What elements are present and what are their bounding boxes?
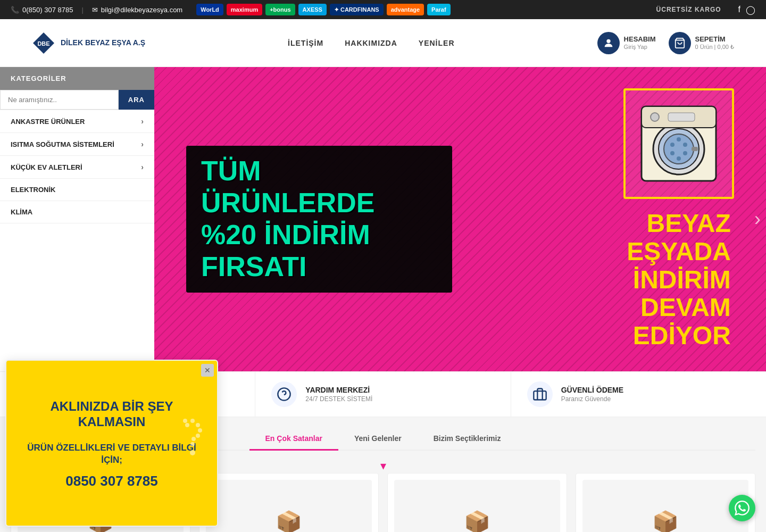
account-icon <box>597 32 620 54</box>
svg-point-22 <box>196 423 200 427</box>
sidebar-item-isitma[interactable]: ISITMA SOĞUTMA SİSTEMLERİ › <box>0 133 154 156</box>
svg-point-15 <box>683 151 687 155</box>
phone-contact: 📞 0(850) 307 8785 <box>11 6 73 14</box>
sidebar-item-kucuk[interactable]: KÜÇÜK EV ALETLERİ › <box>0 156 154 179</box>
instagram-icon[interactable]: ◯ <box>746 5 755 15</box>
svg-rect-10 <box>668 113 695 121</box>
badge-maximum: maximum <box>227 4 262 15</box>
product-card-2[interactable]: 📦 <box>199 473 379 532</box>
tab-new-arrivals[interactable]: Yeni Gelenler <box>338 428 418 451</box>
social-icons: f ◯ <box>738 5 755 15</box>
logo-text: DİLEK BEYAZ EŞYA A.Ş <box>61 38 145 47</box>
product-image-3: 📦 <box>394 480 560 532</box>
nav-yeniler[interactable]: YENİLER <box>419 39 455 47</box>
badge-bonus: +bonus <box>265 4 295 15</box>
product-card-3[interactable]: 📦 <box>387 473 567 532</box>
svg-point-28 <box>185 423 189 427</box>
sidebar-item-elektronik[interactable]: ELEKTRONİK <box>0 179 154 201</box>
svg-point-24 <box>196 434 200 438</box>
free-shipping: ÜCRETSİZ KARGO <box>656 6 721 13</box>
card-badges: WorLd maximum +bonus AXESS ✦ CARDFINANS … <box>196 4 450 15</box>
sidebar-item-klima[interactable]: KLİMA <box>0 201 154 223</box>
badge-cardfinans: ✦ CARDFINANS <box>330 4 384 15</box>
chevron-icon: › <box>141 117 144 126</box>
chevron-down-icon: ▾ <box>380 459 386 473</box>
popup-phone[interactable]: 0850 307 8785 <box>65 473 158 489</box>
top-bar: 📞 0(850) 307 8785 | ✉ bilgi@dilekbeyazes… <box>0 0 766 19</box>
badge-advantage: advantage <box>387 4 424 15</box>
feature-secure-payment: GÜVENLİ ÖDEME Paranız Güvende <box>511 372 766 417</box>
chevron-icon: › <box>141 140 144 148</box>
secure-payment-text: GÜVENLİ ÖDEME Paranız Güvende <box>561 386 623 403</box>
nav-hakkimizda[interactable]: HAKKIMIZDA <box>345 39 397 47</box>
support-icon <box>271 381 297 407</box>
hero-right: BEYAZEŞYADAİNDİRİMDEVAMEDİYOR <box>623 88 734 350</box>
washing-machine-box <box>623 88 734 199</box>
feature-support: YARDIM MERKEZİ 24/7 DESTEK SİSTEMİ <box>255 372 511 417</box>
hero-title-right: BEYAZEŞYADAİNDİRİMDEVAMEDİYOR <box>627 210 731 350</box>
contact-group: 📞 0(850) 307 8785 | ✉ bilgi@dilekbeyazes… <box>11 6 182 14</box>
support-text: YARDIM MERKEZİ 24/7 DESTEK SİSTEMİ <box>305 386 372 403</box>
tab-our-picks[interactable]: Bizim Seçtiklerimiz <box>418 428 517 451</box>
badge-paraf: Paraf <box>427 4 451 15</box>
svg-text:DBE: DBE <box>37 40 49 47</box>
badge-axess: AXESS <box>298 4 327 15</box>
tab-bestsellers[interactable]: En Çok Satanlar <box>249 428 338 451</box>
nav-iletisim[interactable]: İLETİŞİM <box>288 39 323 47</box>
chevron-icon: › <box>141 163 144 171</box>
sidebar-item-ankastre[interactable]: ANKASTRE ÜRÜNLER › <box>0 110 154 133</box>
main-nav: İLETİŞİM HAKKIMIZDA YENİLER <box>288 39 454 47</box>
hero-next-arrow[interactable]: › <box>754 208 761 230</box>
popup-close-button[interactable]: ✕ <box>201 364 214 377</box>
svg-point-2 <box>606 39 610 43</box>
email-address: bilgi@dilekbeyazesya.com <box>101 6 182 14</box>
logo[interactable]: DBE DİLEK BEYAZ EŞYA A.Ş <box>32 31 145 55</box>
cart-button[interactable]: SEPETİM 0 Ürün | 0,00 ₺ <box>669 32 734 54</box>
svg-point-9 <box>651 113 659 121</box>
cart-text: SEPETİM 0 Ürün | 0,00 ₺ <box>695 35 734 51</box>
search-input[interactable] <box>0 90 119 110</box>
hero-banner: TÜM ÜRÜNLERDE%20 İNDİRİMFIRSATI <box>154 67 766 371</box>
sidebar-header: KATEGORİLER <box>0 67 154 90</box>
sidebar-menu: ANKASTRE ÜRÜNLER › ISITMA SOĞUTMA SİSTEM… <box>0 110 154 223</box>
phone-number: 0(850) 307 8785 <box>22 6 73 14</box>
popup-content: AKLINIZDA BİR ŞEY KALMASIN ÜRÜN ÖZELLİKL… <box>6 361 217 526</box>
washing-machine-svg <box>636 101 721 186</box>
email-contact: ✉ bilgi@dilekbeyazesya.com <box>92 6 182 14</box>
whatsapp-button[interactable] <box>729 495 755 521</box>
account-button[interactable]: HESABIM Giriş Yap <box>597 32 656 54</box>
svg-point-17 <box>677 156 681 161</box>
svg-rect-20 <box>534 391 546 400</box>
svg-point-23 <box>198 428 202 433</box>
header-actions: HESABIM Giriş Yap SEPETİM 0 Ürün | 0,00 … <box>597 32 734 54</box>
header: DBE DİLEK BEYAZ EŞYA A.Ş İLETİŞİM HAKKIM… <box>0 19 766 67</box>
svg-point-26 <box>190 442 195 446</box>
search-bar: ARA <box>0 90 154 110</box>
product-card-4[interactable]: 📦 <box>576 473 755 532</box>
svg-point-29 <box>183 419 187 423</box>
separator: | <box>81 6 83 14</box>
secure-payment-icon <box>527 381 553 407</box>
phone-icon: 📞 <box>11 6 19 14</box>
email-icon: ✉ <box>92 6 98 14</box>
hero-main-text: TÜM ÜRÜNLERDE%20 İNDİRİMFIRSATI <box>186 146 452 292</box>
search-button[interactable]: ARA <box>119 90 154 110</box>
product-image-4: 📦 <box>582 480 748 532</box>
svg-point-27 <box>190 450 195 455</box>
popup-decoration <box>177 415 209 471</box>
popup: ✕ AKLINIZDA BİR ŞEY KALMASIN ÜRÜN <box>5 360 218 527</box>
svg-point-25 <box>192 437 196 441</box>
cart-icon <box>669 32 691 54</box>
facebook-icon[interactable]: f <box>738 5 740 15</box>
svg-point-16 <box>677 137 681 142</box>
svg-point-12 <box>670 143 675 147</box>
svg-point-21 <box>190 419 195 423</box>
svg-point-14 <box>670 151 675 155</box>
svg-point-13 <box>683 143 687 147</box>
account-text: HESABIM Giriş Yap <box>624 35 656 51</box>
badge-world: WorLd <box>196 4 223 15</box>
content-area: KATEGORİLER ARA ANKASTRE ÜRÜNLER › ISITM… <box>0 67 766 371</box>
logo-icon: DBE <box>32 31 55 55</box>
sidebar: KATEGORİLER ARA ANKASTRE ÜRÜNLER › ISITM… <box>0 67 154 371</box>
product-image-2: 📦 <box>206 480 372 532</box>
